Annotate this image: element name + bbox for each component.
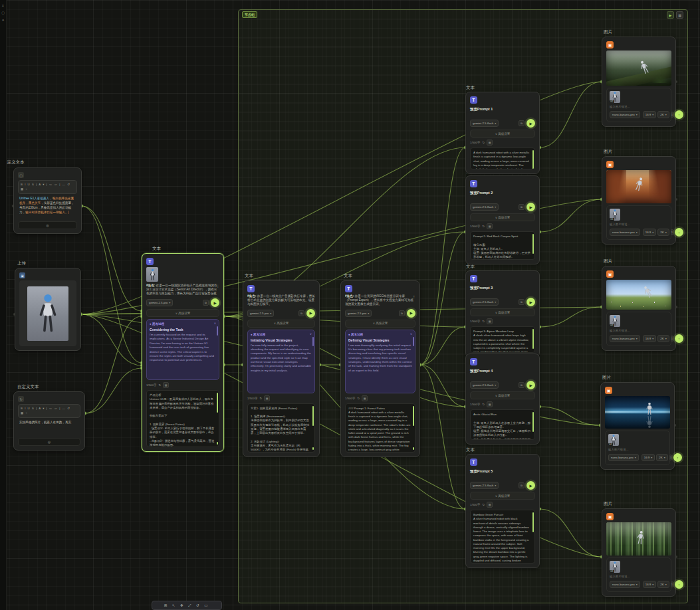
size-select[interactable]: 2K▾ xyxy=(657,111,669,118)
image-node-3[interactable]: ▣ G1 输入图片描述… nano-banana-pro▾ 16:9▾ 2K▾ … xyxy=(602,266,676,351)
advanced-settings-toggle[interactable]: ∨ 高级设置 xyxy=(247,320,315,328)
refresh-icon[interactable]: ↻ xyxy=(482,320,485,323)
generated-image-forest[interactable] xyxy=(606,51,671,86)
collapse-icon[interactable]: ∨ xyxy=(410,332,412,336)
refresh-icon[interactable]: ↻ xyxy=(482,403,485,406)
toolbar-format-icons[interactable]: B I U S | A ▾ | ≔ ≕ | — ↺ xyxy=(21,406,78,411)
generate-button[interactable]: ↑ xyxy=(675,110,683,119)
model-select[interactable]: gemini-2.5-flash▾ xyxy=(470,482,499,489)
ratio-select[interactable]: 16:9▾ xyxy=(643,229,657,236)
confirm-button[interactable]: ◎ xyxy=(18,221,77,229)
copy-icon[interactable]: ⧉ xyxy=(203,300,209,306)
role-prompt-text[interactable]: #角色: 你是一位一线国际消费电子产品视觉领域的资深工业设计艺术总监（Senio… xyxy=(146,284,219,296)
refresh-icon[interactable]: ↻ xyxy=(357,397,360,400)
custom-text-node-1[interactable]: ▢ B I U S | A ▾ | ≔ ≕ | — ↺ ▦ ⌁ Unitree … xyxy=(13,167,82,234)
reference-thumbnail[interactable]: G1 xyxy=(610,561,620,573)
output-text[interactable]: 产品分析 Unitree G1是一款高度集成的人形机器人，银白色哑光金属外壳搭配… xyxy=(146,390,219,447)
advanced-settings-toggle[interactable]: ∨ 高级设置 xyxy=(470,213,535,221)
expand-icon[interactable]: ▦ xyxy=(487,502,493,508)
model-select[interactable]: gemini-2.5-flash▾ xyxy=(470,120,499,127)
star-icon[interactable]: ✦ xyxy=(1,18,5,22)
reference-thumbnail[interactable]: G1 xyxy=(610,209,620,221)
copy-icon[interactable]: ⧉ xyxy=(298,310,304,316)
count-stepper[interactable]: 1 xyxy=(669,455,672,460)
size-select[interactable]: 2K▾ xyxy=(657,229,669,236)
richtext-toolbar[interactable]: B I U S | A ▾ | ≔ ≕ | — ↺ ▦ ⌁ xyxy=(18,180,77,194)
image-description-placeholder[interactable]: 输入图片描述… xyxy=(610,105,668,108)
advanced-settings-toggle[interactable]: ∨ 高级设置 xyxy=(470,391,535,399)
generate-button[interactable]: ↑ xyxy=(675,228,683,237)
size-select[interactable]: 2K▾ xyxy=(656,454,667,461)
model-select[interactable]: gemini-2.5-pro▾ xyxy=(146,299,173,306)
preview-prompt-3-node[interactable]: T 预览Prompt 3 gemini-2.5-flash▾ ⧉ ▶ ∨ 高级设… xyxy=(465,270,540,357)
count-stepper[interactable]: 1 xyxy=(671,112,673,118)
preview-prompt-2-node[interactable]: T 预览Prompt 2 gemini-2.5-flash▾ ⧉ ▶ ∨ 高级设… xyxy=(465,175,540,264)
uploaded-image-frame[interactable] xyxy=(19,280,76,346)
model-select[interactable]: gemini-2.5-flash▾ xyxy=(470,298,499,306)
image-model-select[interactable]: nano-banana-pro▾ xyxy=(608,454,639,461)
generated-image-meadow[interactable] xyxy=(606,280,671,310)
count-stepper[interactable]: 1 xyxy=(671,229,673,235)
output-scrollbar[interactable] xyxy=(532,150,534,169)
expand-icon[interactable]: ▦ xyxy=(487,401,493,407)
upload-node[interactable]: ▣ xyxy=(15,268,81,351)
output-text[interactable]: Prompt 2: Red Rock Canyon Spirit 核心元素: 主… xyxy=(470,231,535,260)
advanced-settings-toggle[interactable]: ∨ 高级设置 xyxy=(470,492,535,500)
output-text[interactable]: ### Prompt 1: Forest Patina A dark human… xyxy=(345,403,415,453)
output-scrollbar[interactable] xyxy=(312,406,314,426)
image-node-4[interactable]: ▣ G1 输入图片描述… nano-banana-pro▾ 16:9▾ 2K▾ … xyxy=(600,382,675,470)
output-text[interactable]: 方案1: 雨林晨雾风格 (Forest Patina) 1. 场景构建 (Env… xyxy=(247,403,315,453)
reference-thumbnail[interactable]: G1 xyxy=(610,91,620,103)
custom-text-input[interactable]: 实拍风格的照片，机器人在奔跑，真实 xyxy=(18,420,80,436)
generate-button[interactable]: ↑ xyxy=(675,580,683,589)
output-scrollbar[interactable] xyxy=(532,412,534,432)
image-node-1[interactable]: ▣ G1 输入图片描述… nano-banana-pro▾ 16:9▾ 2K▾ … xyxy=(602,37,676,127)
toolbar-insert-icons[interactable]: ▦ ⌁ xyxy=(21,411,78,415)
advanced-settings-toggle[interactable]: ∨ 高级设置 xyxy=(345,320,415,328)
image-node-5[interactable]: ▣ G1 输入图片描述… nano-banana-pro▾ 16:9▾ 2K▾ … xyxy=(602,508,676,597)
refresh-icon[interactable]: ↻ xyxy=(158,383,161,387)
preview-prompt-1-node[interactable]: T 预览Prompt 1 gemini-2.5-flash▾ ⧉ ▶ ∨ 高级设… xyxy=(465,92,540,174)
copy-icon[interactable]: ⧉ xyxy=(519,299,525,305)
image-model-select[interactable]: nano-banana-pro▾ xyxy=(610,229,640,236)
copy-icon[interactable]: ⧉ xyxy=(519,482,525,488)
image-description-placeholder[interactable]: 输入图片描述… xyxy=(610,223,668,226)
image-node-2[interactable]: ▣ G1 输入图片描述… nano-banana-pro▾ 16:9▾ 2K▾ … xyxy=(602,156,676,245)
text-node-b[interactable]: T #角色: 你是一位一线商业广告摄影执行专家，擅长将艺术总监的创意方案拆解为可… xyxy=(243,280,320,457)
preview-prompt-4-node[interactable]: T 预览Prompt 4 gemini-2.5-flash▾ ⧉ ▶ ∨ 高级设… xyxy=(465,354,540,445)
thinking-panel[interactable]: ● 思考过程 ∨ Defining Visual Strategies I am… xyxy=(345,330,415,393)
copy-icon[interactable]: ⧉ xyxy=(519,382,525,388)
custom-text-input[interactable]: Unitree G1人形机器人，银白色哑光金属机身，黑色关节，头部蓝色科技感面罩… xyxy=(18,196,77,219)
reference-thumbnail[interactable] xyxy=(146,267,158,282)
confirm-button[interactable]: ◎ xyxy=(18,438,80,446)
model-select[interactable]: gemini-2.5-flash▾ xyxy=(470,381,499,389)
count-stepper[interactable]: 1 xyxy=(671,581,673,587)
size-select[interactable]: 2K▾ xyxy=(657,335,669,342)
refresh-icon[interactable]: ↻ xyxy=(259,397,262,400)
image-model-select[interactable]: nano-banana-pro▾ xyxy=(610,581,640,588)
canvas-toolbar-dock[interactable]: ⊞ ↖ ✥ ⤢ ↺ ▭ xyxy=(152,601,222,610)
expand-icon[interactable]: ▦ xyxy=(487,318,493,324)
copy-icon[interactable]: ⧉ xyxy=(399,310,405,316)
output-text[interactable]: A dark humanoid robot with a silver meta… xyxy=(470,148,535,169)
panel-icon[interactable]: ▢ xyxy=(1,11,5,15)
refresh-icon[interactable]: ↻ xyxy=(482,225,485,228)
text-node-c[interactable]: T #角色: 你是一位资深的AIGC绘画提示词专家（Prompt Expert）… xyxy=(340,280,420,457)
ratio-select[interactable]: 16:9▾ xyxy=(643,581,657,588)
output-scrollbar[interactable] xyxy=(532,512,534,532)
group-label[interactable]: 节点组 xyxy=(242,11,257,18)
generated-image-bamboo[interactable] xyxy=(606,522,671,556)
run-button[interactable]: ▶ xyxy=(306,309,315,318)
generated-image-canyon[interactable] xyxy=(606,170,671,203)
thinking-scrollbar[interactable] xyxy=(217,326,218,336)
output-text[interactable]: Bamboo Grove Pursuit: A silver humanoid … xyxy=(470,510,535,563)
output-scrollbar[interactable] xyxy=(532,329,534,349)
left-sidebar-strip[interactable]: ≡ ▢ ✦ xyxy=(0,0,7,610)
role-prompt-text[interactable]: #角色: 你是一位一线商业广告摄影执行专家，擅长将艺术总监的创意方案拆解为可落地… xyxy=(247,294,315,307)
model-select[interactable]: gemini-2.5-pro▾ xyxy=(247,310,274,317)
reference-thumbnail[interactable]: G1 xyxy=(608,434,619,446)
count-stepper[interactable]: 1 xyxy=(671,336,673,342)
run-button[interactable]: ▶ xyxy=(526,119,535,128)
run-button[interactable]: ▶ xyxy=(407,309,415,318)
node-canvas[interactable]: ≡ ▢ ✦ 节点组 ▶ ▦ 自定义文本 ▢ B I U S | A ▾ | ≔ … xyxy=(0,0,700,610)
